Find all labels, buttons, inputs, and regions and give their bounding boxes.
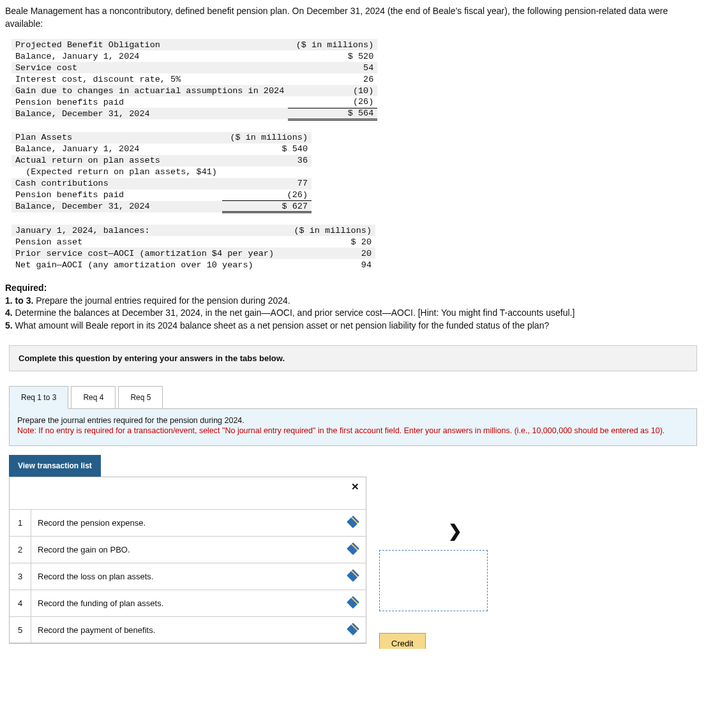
transaction-panel: ✕ 1 Record the pension expense. 2 Record… — [9, 477, 366, 644]
plan-assets-table: Plan Assets($ in millions) Balance, Janu… — [11, 132, 312, 214]
transaction-row[interactable]: 5 Record the payment of benefits. — [10, 616, 366, 643]
transaction-row[interactable]: 3 Record the loss on plan assets. — [10, 563, 366, 590]
tab-req-4[interactable]: Req 4 — [71, 386, 116, 409]
edit-icon[interactable] — [340, 544, 366, 555]
transaction-row[interactable]: 4 Record the funding of plan assets. — [10, 590, 366, 616]
assets-header: Plan Assets — [11, 132, 222, 144]
drop-target[interactable] — [379, 550, 488, 611]
pbo-table: Projected Benefit Obligation($ in millio… — [11, 39, 377, 121]
assets-unit: ($ in millions) — [222, 132, 312, 144]
pbo-unit: ($ in millions) — [288, 39, 377, 50]
pbo-header: Projected Benefit Obligation — [11, 39, 288, 50]
tab-content: Prepare the journal entries required for… — [9, 408, 697, 447]
view-transaction-list-button[interactable]: View transaction list — [9, 455, 101, 477]
edit-icon[interactable] — [340, 625, 366, 635]
tab-req-5[interactable]: Req 5 — [118, 386, 163, 409]
tab-req-1-to-3[interactable]: Req 1 to 3 — [9, 386, 68, 409]
balances-unit: ($ in millions) — [286, 225, 375, 236]
edit-icon[interactable] — [340, 598, 366, 609]
tab-row: Req 1 to 3 Req 4 Req 5 — [9, 385, 697, 408]
close-icon[interactable]: ✕ — [351, 481, 359, 493]
credit-button[interactable]: Credit — [379, 633, 426, 649]
balances-header: January 1, 2024, balances: — [11, 225, 286, 236]
balances-table: January 1, 2024, balances:($ in millions… — [11, 225, 375, 271]
chevron-right-icon[interactable]: ❯ — [448, 521, 488, 541]
intro-text: Beale Management has a noncontributory, … — [5, 5, 701, 30]
required-section: Required: 1. to 3. Prepare the journal e… — [5, 282, 701, 332]
transaction-row[interactable]: 1 Record the pension expense. — [10, 509, 366, 536]
edit-icon[interactable] — [340, 571, 366, 582]
edit-icon[interactable] — [340, 517, 366, 528]
transaction-row[interactable]: 2 Record the gain on PBO. — [10, 536, 366, 563]
complete-instruction: Complete this question by entering your … — [9, 345, 697, 371]
